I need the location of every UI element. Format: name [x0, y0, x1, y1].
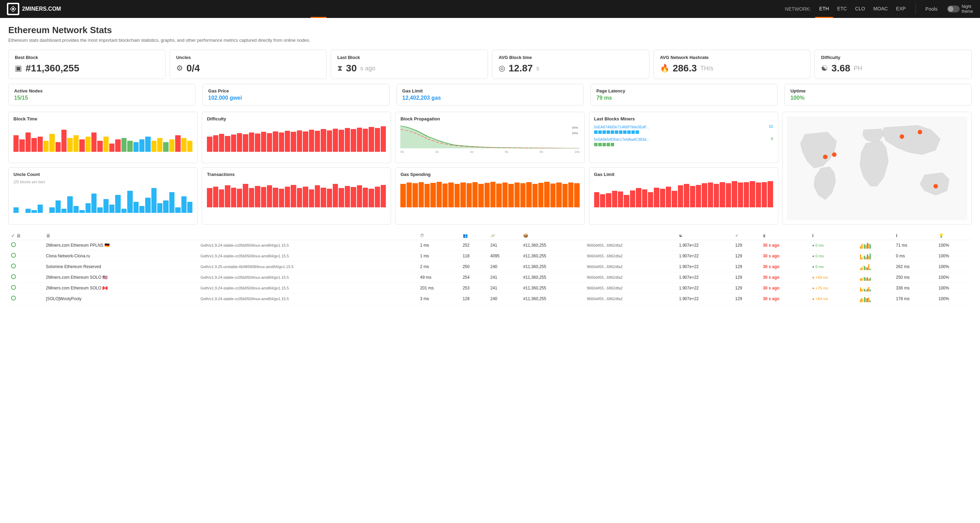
last-block-value: 30 [346, 63, 356, 74]
gas-price-label: Gas Price [208, 88, 384, 94]
node-uptime-0: 100% [936, 240, 972, 250]
node-name-0: 2Miners.com Ethereum PPLNS 🇩🇪 [43, 240, 197, 250]
page-subtitle: Ethereum stats dashboard provides the mo… [8, 38, 972, 43]
gas-limit-value: 12,402,203 gas [402, 95, 578, 101]
node-difficulty-4: 1.907e+22 [676, 282, 732, 293]
miner-blocks-1 [594, 131, 773, 134]
node-blockhash-0: 9660d455...6862dfa2 [584, 240, 676, 250]
stat-cards-row1: Best Block ▣ #11,360,255 Uncles ⚙ 0/4 La… [8, 50, 972, 79]
difficulty-value: 3.68 [831, 63, 850, 74]
status-indicator-1 [11, 253, 16, 258]
uptime-card: Uptime 100% [784, 84, 972, 105]
hashrate-icon: 🔥 [660, 64, 669, 73]
uptime-label: Uptime [790, 88, 966, 94]
page-title: Ethereum Network Stats [8, 25, 972, 35]
node-latency-0: 1 ms [417, 240, 460, 250]
node-client-3: Geth/v1.9.24-stable-cc05b050/linux-amd64… [197, 272, 417, 282]
node-table-container: ✓ 🖥 🖥 ⏱ 👥 🪐 📦 ☯ ✓ ⧗ ℹ ℹ 💡 [8, 231, 972, 304]
node-propagation-2: ● 0 ms [809, 261, 857, 272]
node-uptime-3: 100% [936, 272, 972, 282]
nav-moac[interactable]: MOAC [869, 0, 892, 18]
table-row: Clona Network-Clona.ru Geth/v1.9.24-stab… [8, 250, 972, 261]
table-row: 2Miners.com Ethereum SOLO 🇨🇦 Geth/v1.9.2… [8, 282, 972, 293]
last-block-icon: ⧗ [337, 64, 342, 73]
node-uncles-4: 129 [732, 282, 760, 293]
transactions-title: Transactions [207, 172, 386, 177]
node-sparkline-1 [857, 250, 893, 261]
active-nodes-label: Active Nodes [14, 88, 190, 94]
node-pending-2: 240 [488, 261, 520, 272]
node-sparkline-4 [857, 282, 893, 293]
node-latency-4: 201 ms [417, 282, 460, 293]
pools-link[interactable]: Pools [921, 6, 942, 12]
node-blockhash-2: 9660d455...6862dfa2 [584, 261, 676, 272]
node-propagation-3: ● +59 ms [809, 272, 857, 282]
node-status-5 [8, 293, 43, 304]
th-uncles: ✓ [732, 231, 760, 240]
logo[interactable]: 2MINERS.COM [7, 3, 61, 15]
miner-row-1: 0xEA674fdDe714fd979de3EdF... 11 [594, 124, 773, 134]
nav-clo[interactable]: CLO [851, 0, 869, 18]
node-propagation-0: ● 0 ms [809, 240, 857, 250]
gas-spending-chart: Gas Spending [395, 167, 584, 224]
node-status-3 [8, 272, 43, 282]
status-indicator-5 [11, 296, 16, 300]
node-latency-5: 3 ms [417, 293, 460, 304]
status-indicator-3 [11, 274, 16, 279]
uncles-card: Uncles ⚙ 0/4 [170, 50, 327, 79]
page-latency-value: 79 ms [596, 95, 772, 101]
node-latency-1: 1 ms [417, 250, 460, 261]
th-last-seen: ⧗ [760, 231, 809, 240]
logo-icon [7, 3, 19, 15]
node-latency-ms-2: 262 ms [893, 261, 935, 272]
status-indicator-4 [11, 285, 16, 290]
toggle-switch[interactable] [947, 6, 960, 13]
difficulty-unit: PH [854, 65, 862, 72]
uptime-value: 100% [790, 95, 966, 101]
uncles-label: Uncles [176, 55, 320, 60]
node-peers-0: 252 [460, 240, 488, 250]
node-uncles-2: 129 [732, 261, 760, 272]
node-block-4: #11,360,255 [520, 282, 584, 293]
last-block-unit: s ago [360, 65, 375, 72]
nav-eth[interactable]: ETH [815, 0, 833, 18]
node-pending-0: 241 [488, 240, 520, 250]
best-block-card: Best Block ▣ #11,360,255 [8, 50, 165, 79]
svg-point-5 [900, 134, 904, 139]
node-latency-2: 2 ms [417, 261, 460, 272]
node-difficulty-5: 1.907e+22 [676, 293, 732, 304]
status-indicator-0 [11, 242, 16, 247]
node-block-0: #11,360,255 [520, 240, 584, 250]
transactions-bars [207, 180, 386, 207]
node-last-seen-3: 30 s ago [760, 272, 809, 282]
nav-links: ETH ETC CLO MOAC EXP [815, 0, 910, 18]
node-sparkline-5 [857, 293, 893, 304]
th-client [197, 231, 417, 240]
node-table: ✓ 🖥 🖥 ⏱ 👥 🪐 📦 ☯ ✓ ⧗ ℹ ℹ 💡 [8, 231, 972, 304]
node-uncles-3: 129 [732, 272, 760, 282]
avg-block-time-icon: ◎ [499, 64, 505, 73]
last-block-label: Last Block [337, 55, 481, 60]
gas-spending-title: Gas Spending [400, 172, 579, 177]
hashrate-card: AVG Network Hashrate 🔥 286.3 TH/s [654, 50, 811, 79]
node-sparkline-3 [857, 272, 893, 282]
miner-blocks-2 [594, 143, 773, 146]
node-uncles-5: 129 [732, 293, 760, 304]
node-difficulty-2: 1.907e+22 [676, 261, 732, 272]
miner-addr-2: 0x5A0b54D5dc17e0AadC383d... [594, 137, 650, 142]
uncle-count-bars [13, 185, 192, 213]
th-difficulty: ☯ [676, 231, 732, 240]
block-time-title: Block Time [13, 116, 192, 121]
nav-exp[interactable]: EXP [892, 0, 910, 18]
node-last-seen-4: 30 s ago [760, 282, 809, 293]
difficulty-chart: Difficulty [202, 112, 391, 163]
night-theme-toggle[interactable]: Night theme [947, 4, 973, 14]
node-last-seen-2: 30 s ago [760, 261, 809, 272]
gas-spending-bars [400, 180, 579, 207]
node-peers-5: 128 [460, 293, 488, 304]
node-blockhash-5: 9660d455...6862dfa2 [584, 293, 676, 304]
node-latency-ms-0: 71 ms [893, 240, 935, 250]
status-indicator-2 [11, 263, 16, 268]
nav-etc[interactable]: ETC [833, 0, 851, 18]
node-difficulty-0: 1.907e+22 [676, 240, 732, 250]
